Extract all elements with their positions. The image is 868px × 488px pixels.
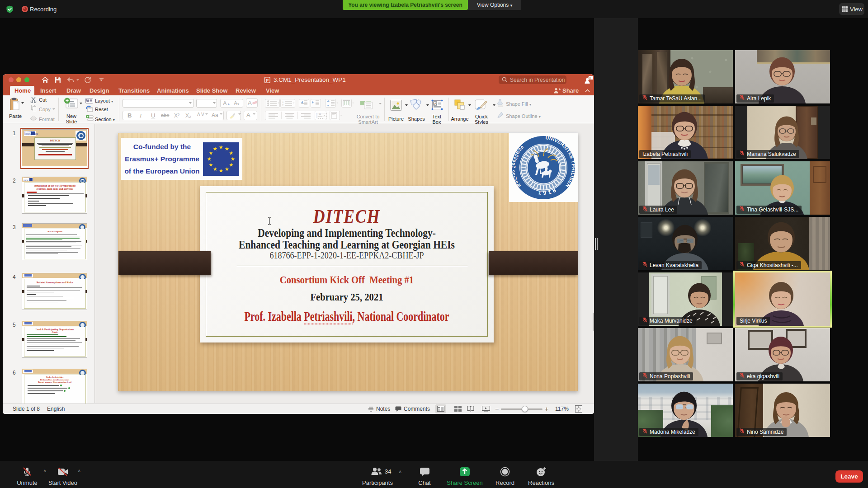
svg-text:P: P: [266, 78, 269, 83]
svg-text:A: A: [434, 102, 437, 106]
svg-text:A: A: [319, 112, 321, 116]
